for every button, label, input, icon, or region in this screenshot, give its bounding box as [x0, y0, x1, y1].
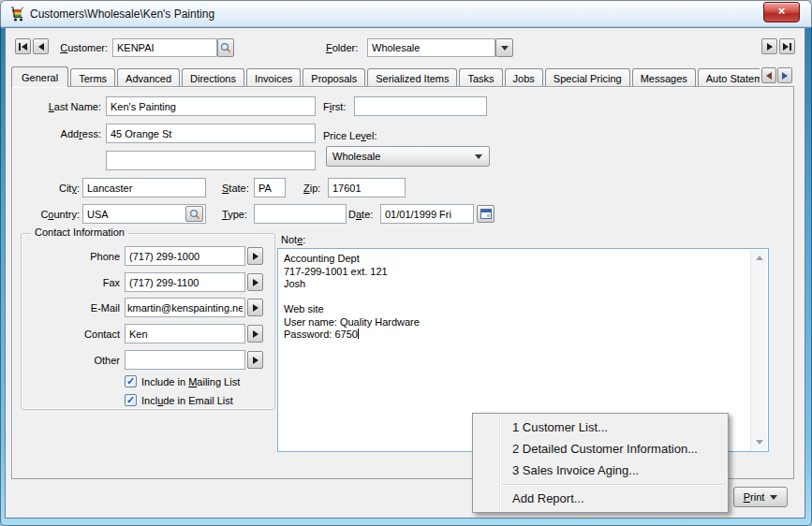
email-action-button[interactable] — [247, 299, 263, 316]
menu-item-add-report[interactable]: Add Report... — [473, 488, 728, 509]
phone-action-button[interactable] — [247, 247, 263, 265]
price-level-value: Wholesale — [332, 151, 380, 162]
nav-previous-button[interactable] — [33, 38, 49, 54]
price-level-label: Price Level: — [323, 130, 376, 141]
state-input[interactable] — [254, 178, 286, 197]
contact-information-title: Contact Information — [31, 226, 128, 238]
customer-search-button[interactable] — [217, 38, 234, 57]
other-label: Other — [37, 355, 120, 366]
fax-input[interactable] — [125, 272, 245, 292]
tab-auto-statement-status[interactable]: Auto Statement Status — [698, 68, 760, 87]
email-list-label: Include in Email List — [141, 395, 233, 406]
email-input[interactable] — [125, 298, 245, 317]
menu-item-detailed-customer-information[interactable]: 2 Detailed Customer Information... — [473, 438, 728, 460]
address2-input[interactable] — [106, 151, 316, 170]
nav-last-icon — [783, 43, 789, 51]
tab-general[interactable]: General — [11, 66, 68, 87]
chevron-right-icon — [782, 72, 788, 80]
price-level-combo[interactable]: Wholesale — [326, 146, 490, 167]
tab-advanced[interactable]: Advanced — [117, 68, 180, 87]
chevron-down-icon — [501, 46, 509, 51]
folder-dropdown-button[interactable] — [495, 38, 513, 57]
mailing-list-label: Include in Mailing List — [141, 376, 240, 387]
nav-last-button[interactable] — [779, 38, 795, 54]
tab-scroll-right-button[interactable] — [777, 67, 792, 83]
address-input[interactable] — [106, 124, 316, 143]
folder-value[interactable]: Wholesale — [367, 38, 495, 57]
tab-special-pricing[interactable]: Special Pricing — [545, 68, 630, 87]
arrow-right-icon — [253, 357, 258, 364]
phone-label: Phone — [37, 251, 120, 262]
country-search-button[interactable] — [185, 206, 203, 222]
note-label: Note: — [281, 234, 305, 245]
other-input[interactable] — [125, 350, 245, 370]
arrow-right-icon — [253, 304, 258, 312]
chevron-left-icon — [766, 72, 772, 80]
checkbox-checked-icon: ✓ — [125, 394, 137, 406]
tab-messages[interactable]: Messages — [632, 68, 696, 87]
scroll-up-button[interactable] — [751, 250, 767, 266]
tab-proposals[interactable]: Proposals — [303, 68, 365, 87]
tab-invoices[interactable]: Invoices — [246, 68, 301, 87]
first-name-label: First: — [323, 101, 346, 112]
phone-input[interactable] — [125, 246, 245, 266]
menu-item-sales-invoice-aging[interactable]: 3 Sales Invoice Aging... — [473, 460, 728, 481]
print-button-label: Print — [744, 491, 765, 503]
customer-code-input[interactable] — [112, 38, 217, 57]
tab-terms[interactable]: Terms — [70, 68, 115, 87]
search-icon — [220, 42, 231, 53]
print-report-menu: 1 Customer List... 2 Detailed Customer I… — [472, 413, 729, 513]
close-icon: × — [778, 4, 786, 18]
tab-serialized-items[interactable]: Serialized Items — [367, 68, 457, 87]
tab-scroll-left-button[interactable] — [761, 67, 776, 83]
nav-next-button[interactable] — [761, 38, 777, 54]
window-title: Customers\Wholesale\Ken's Painting — [30, 7, 214, 21]
city-input[interactable] — [82, 178, 206, 197]
note-scrollbar[interactable] — [750, 250, 767, 450]
arrow-right-icon — [253, 253, 258, 260]
titlebar: Customers\Wholesale\Ken's Painting × — [0, 0, 812, 27]
calendar-icon — [480, 209, 492, 219]
date-calendar-button[interactable] — [477, 205, 495, 223]
tab-directions[interactable]: Directions — [182, 68, 244, 87]
fax-label: Fax — [37, 277, 120, 288]
address-label: Address: — [19, 128, 101, 139]
nav-first-button[interactable] — [15, 38, 31, 54]
folder-label: Folder: — [326, 42, 358, 53]
scroll-down-button[interactable] — [751, 434, 767, 450]
menu-separator — [502, 484, 726, 485]
other-action-button[interactable] — [247, 351, 263, 369]
last-name-input[interactable] — [106, 96, 316, 116]
cart-icon — [9, 6, 26, 22]
country-label: Country: — [19, 209, 80, 220]
search-icon — [189, 209, 200, 220]
arrow-up-icon — [756, 256, 763, 260]
type-label: Type: — [222, 209, 247, 220]
zip-label: Zip: — [303, 183, 320, 194]
close-button[interactable]: × — [763, 2, 800, 22]
email-list-checkbox[interactable]: ✓ Include in Email List — [125, 394, 233, 406]
first-name-input[interactable] — [354, 96, 487, 116]
contact-action-button[interactable] — [247, 325, 263, 343]
arrow-right-icon — [253, 279, 258, 286]
zip-input[interactable] — [328, 178, 406, 197]
tab-strip: General Terms Advanced Directions Invoic… — [11, 65, 760, 87]
fax-action-button[interactable] — [247, 273, 263, 291]
state-label: State: — [222, 183, 249, 194]
customer-label: Customer: — [54, 42, 108, 53]
contact-person-input[interactable] — [125, 324, 245, 343]
chevron-down-icon — [770, 495, 777, 500]
city-label: City: — [19, 183, 80, 194]
app-window: Customers\Wholesale\Ken's Painting × Cus… — [0, 0, 812, 526]
date-label: Date: — [348, 209, 373, 220]
print-button[interactable]: Print — [733, 487, 788, 507]
nav-previous-icon — [38, 43, 44, 51]
nav-first-icon — [19, 43, 21, 51]
tab-jobs[interactable]: Jobs — [505, 68, 543, 87]
type-input[interactable] — [254, 204, 347, 224]
mailing-list-checkbox[interactable]: ✓ Include in Mailing List — [125, 375, 240, 387]
date-input[interactable] — [380, 204, 474, 224]
menu-item-customer-list[interactable]: 1 Customer List... — [473, 416, 728, 438]
tab-tasks[interactable]: Tasks — [459, 68, 502, 87]
last-name-label: Last Name: — [19, 101, 101, 112]
